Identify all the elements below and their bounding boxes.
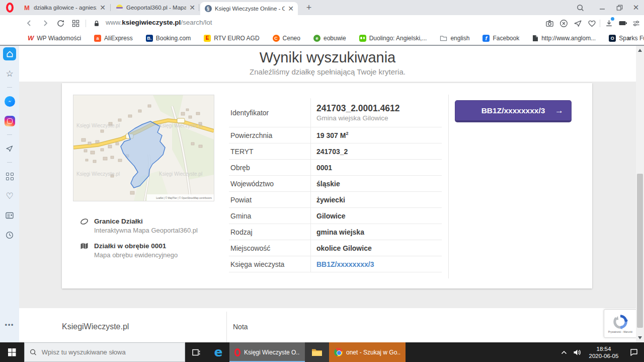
map-thumbnail[interactable]: Księgi Wieczyste.pl Księgi Wieczyste.pl … <box>73 95 214 201</box>
restore-button[interactable] <box>611 0 628 15</box>
ceneo-icon: C <box>273 35 280 42</box>
row-label: Księga wieczysta <box>229 260 310 268</box>
forward-icon[interactable] <box>39 17 51 29</box>
tab-close-icon[interactable]: ✕ <box>288 5 294 13</box>
page-icon <box>532 35 538 42</box>
land-register-link[interactable]: BB1Z/xxxxxxxx/3 <box>310 260 374 268</box>
taskbar-app-opera[interactable]: Księgi Wieczyste O... <box>229 342 305 362</box>
history-clock-icon[interactable] <box>3 229 16 242</box>
bookmark-eobuwie[interactable]: eeobuwie <box>313 35 346 42</box>
legend-item-granice[interactable]: Granice DziałkiInteraktywna Mapa Geoport… <box>80 216 198 235</box>
download-badge <box>611 17 614 21</box>
reload-icon[interactable] <box>54 17 66 29</box>
svg-text:Księgi Wieczyste.pl: Księgi Wieczyste.pl <box>76 171 120 177</box>
lock-icon[interactable] <box>91 17 103 29</box>
taskbar-app-label: Księgi Wieczyste O... <box>244 349 300 356</box>
easy-setup-sliders-icon[interactable] <box>630 17 642 29</box>
bookmark-duolingo[interactable]: Duolingo: Angielski,... <box>359 35 427 42</box>
bookmark-aliexpress[interactable]: aAliExpress <box>94 35 133 42</box>
bookmark-label: RTV EURO AGD <box>214 35 259 42</box>
snapshot-camera-icon[interactable] <box>543 17 555 29</box>
cta-label: BB1Z/xxxxxxxx/3 <box>481 106 545 115</box>
toolbar-separator <box>600 20 600 27</box>
bookmark-wp[interactable]: WWP Wiadomości <box>28 34 81 42</box>
action-center-icon[interactable] <box>624 348 644 356</box>
paper-plane-icon[interactable] <box>3 142 16 155</box>
row-value: 241703_2.0001.4612Gmina wiejska Gilowice <box>310 103 399 122</box>
taskbar-app-chrome[interactable]: onet - Szukaj w Go... <box>329 342 406 362</box>
folder-icon <box>440 35 447 41</box>
table-row: Gmina Gilowice <box>229 208 442 224</box>
tab-geoportal[interactable]: Geoportal360.pl - Mapa In ✕ <box>112 0 199 15</box>
grid-icon[interactable] <box>3 170 16 183</box>
edge-taskbar-icon[interactable]: e <box>207 342 229 362</box>
sidebar-divider <box>7 162 12 163</box>
close-button[interactable]: ✕ <box>628 0 644 15</box>
bookmarks-overflow-icon[interactable]: » <box>627 34 631 42</box>
tiles-icon[interactable] <box>69 17 82 29</box>
heart-icon[interactable]: ♡ <box>3 189 16 202</box>
tab-ksiegi-wieczyste-active[interactable]: § Księgi Wieczyste Online - C ✕ <box>200 2 298 15</box>
row-label: Miejscowość <box>229 244 310 252</box>
svg-text:Księgi Wieczyste.pl: Księgi Wieczyste.pl <box>159 123 202 128</box>
tab-close-icon[interactable]: ✕ <box>100 4 106 12</box>
tab-close-icon[interactable]: ✕ <box>189 4 195 12</box>
page-scrollbar[interactable] <box>636 46 644 342</box>
star-icon[interactable]: ☆ <box>3 67 16 80</box>
url-domain: ksiegiwieczyste.pl <box>122 19 181 26</box>
recaptcha-badge[interactable]: Prywatność - Warunki <box>604 309 636 338</box>
address-bar[interactable]: www.ksiegiwieczyste.pl/search/lot <box>106 19 212 26</box>
downloads-icon[interactable] <box>603 17 615 29</box>
tab-title: działka gilowice - agnieszk <box>34 5 97 11</box>
wp-icon: W <box>28 34 34 42</box>
legend-item-obreb[interactable]: Działki w obrębie 0001Mapa obrębu ewiden… <box>80 241 198 259</box>
taskbar-clock[interactable]: 18:54 2020-06-05 <box>584 345 624 359</box>
table-row: Identyfikator 241703_2.0001.4612Gmina wi… <box>229 98 442 127</box>
bookmark-sparks-fun-zone[interactable]: OSparks Fun Zone <box>609 35 644 42</box>
taskbar-app-explorer[interactable] <box>305 342 329 362</box>
back-icon[interactable] <box>23 17 35 29</box>
instagram-icon[interactable] <box>3 114 16 127</box>
eobuwie-icon: e <box>313 35 320 42</box>
messenger-icon[interactable] <box>3 95 16 108</box>
speed-dial-home-icon[interactable] <box>3 47 16 60</box>
bookmark-facebook[interactable]: fFacebook <box>482 35 519 42</box>
bookmark-label: english <box>450 35 469 42</box>
opera-logo-icon[interactable] <box>6 3 14 13</box>
search-tabs-icon[interactable] <box>572 0 589 15</box>
bookmark-label: Duolingo: Angielski,... <box>369 35 427 42</box>
row-label: Województwo <box>229 180 310 188</box>
scroll-down-icon[interactable] <box>638 336 642 339</box>
taskbar-search[interactable] <box>24 342 185 362</box>
start-button[interactable] <box>0 342 24 362</box>
tray-expand-icon[interactable] <box>557 350 571 354</box>
minimize-button[interactable] <box>594 0 611 15</box>
bookmark-ceneo[interactable]: CCeneo <box>273 35 300 42</box>
table-row: Księga wieczysta BB1Z/xxxxxxxx/3 <box>229 256 442 272</box>
row-value: gmina wiejska <box>310 228 364 236</box>
volume-icon[interactable] <box>571 349 584 356</box>
opera-sidebar: ☆ ♡ ••• <box>0 46 19 342</box>
bookmark-heart-icon[interactable] <box>586 17 598 29</box>
tab-separator <box>199 4 199 11</box>
new-tab-button[interactable]: + <box>303 2 315 14</box>
sidebar-more-icon[interactable]: ••• <box>5 321 15 328</box>
taskbar-search-input[interactable] <box>42 348 180 356</box>
bookmark-label: eobuwie <box>324 35 346 42</box>
toolbar-separator <box>86 20 86 27</box>
bookmarks-bar: WWP Wiadomości aAliExpress B.Booking.com… <box>0 31 644 45</box>
tab-gmail[interactable]: M działka gilowice - agnieszk ✕ <box>19 0 110 15</box>
task-view-button[interactable] <box>185 342 207 362</box>
bookmark-anglom[interactable]: http://www.anglom... <box>532 35 596 42</box>
scroll-up-icon[interactable] <box>638 49 642 52</box>
bookmark-rtv-euro-agd[interactable]: ERTV EURO AGD <box>204 35 259 42</box>
adblock-icon[interactable] <box>557 17 570 29</box>
news-icon[interactable] <box>3 209 16 222</box>
bookmark-folder-english[interactable]: english <box>440 35 469 42</box>
my-flow-icon[interactable] <box>572 17 584 29</box>
scrollbar-thumb[interactable] <box>637 174 643 328</box>
bookmark-booking[interactable]: B.Booking.com <box>146 35 191 42</box>
system-tray: 18:54 2020-06-05 <box>557 342 644 362</box>
battery-saver-icon[interactable] <box>617 17 629 29</box>
land-register-cta-button[interactable]: BB1Z/xxxxxxxx/3 → <box>455 100 572 122</box>
